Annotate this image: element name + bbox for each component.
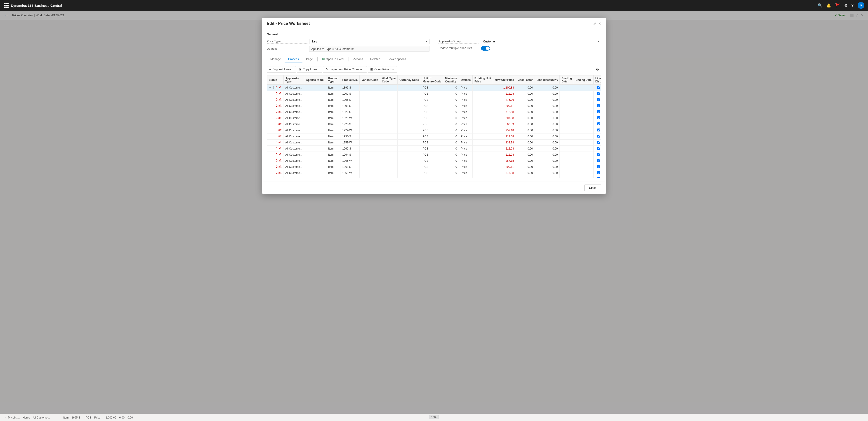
cell-existing-unit-price bbox=[473, 152, 493, 158]
cell-line-disc-checkbox[interactable] bbox=[593, 164, 601, 170]
cell-variant-code bbox=[360, 103, 380, 109]
row-context-menu[interactable]: ⋮ bbox=[272, 86, 275, 89]
close-button[interactable]: Close bbox=[584, 185, 601, 191]
line-disc-checkbox[interactable] bbox=[597, 122, 600, 125]
table-row[interactable]: → ⋮ Draft All Custome... Item 1896-S PCS… bbox=[267, 85, 601, 91]
notification-icon[interactable]: 🔔 bbox=[827, 3, 831, 8]
suggest-lines-button[interactable]: ≡ Suggest Lines... bbox=[267, 66, 296, 72]
update-price-lists-toggle[interactable] bbox=[481, 46, 490, 51]
cell-line-disc-checkbox[interactable] bbox=[593, 121, 601, 127]
copy-lines-button[interactable]: ⎘ Copy Lines... bbox=[297, 66, 322, 72]
table-row[interactable]: Draft All Custome... Item 1968-S PCS 0 P… bbox=[267, 164, 601, 170]
line-disc-checkbox[interactable] bbox=[597, 159, 600, 162]
table-row[interactable]: Draft All Custome... Item 1920-S PCS 0 P… bbox=[267, 109, 601, 115]
line-disc-checkbox[interactable] bbox=[597, 110, 600, 113]
help-icon[interactable]: ? bbox=[851, 3, 854, 8]
cell-product-no: 1920-S bbox=[340, 109, 360, 115]
grid-icon[interactable] bbox=[4, 3, 8, 8]
table-row[interactable]: Draft All Custome... Item 1908-S PCS 0 P… bbox=[267, 103, 601, 109]
tab-fewer-options[interactable]: Fewer options bbox=[384, 56, 410, 63]
cell-min-qty: 0 bbox=[443, 176, 459, 178]
line-disc-checkbox[interactable] bbox=[597, 135, 600, 137]
avatar[interactable]: IK bbox=[858, 2, 864, 9]
line-disc-checkbox[interactable] bbox=[597, 104, 600, 107]
cell-line-disc-checkbox[interactable] bbox=[593, 109, 601, 115]
line-disc-checkbox[interactable] bbox=[597, 98, 600, 101]
cell-existing-unit-price bbox=[473, 139, 493, 146]
cell-line-disc-checkbox[interactable] bbox=[593, 170, 601, 176]
tab-manage[interactable]: Manage bbox=[267, 56, 285, 63]
cell-applies-to-type: All Custome... bbox=[283, 133, 304, 139]
filter-settings-button[interactable]: ⚙ bbox=[594, 66, 601, 72]
cell-min-qty: 0 bbox=[443, 91, 459, 97]
cell-line-disc-checkbox[interactable] bbox=[593, 115, 601, 121]
cell-line-disc-checkbox[interactable] bbox=[593, 91, 601, 97]
cell-line-disc-checkbox[interactable] bbox=[593, 133, 601, 139]
table-row[interactable]: Draft All Custome... Item 1972-S PCS 0 P… bbox=[267, 176, 601, 178]
table-row[interactable]: Draft All Custome... Item 1925-W PCS 0 P… bbox=[267, 115, 601, 121]
cell-line-disc-checkbox[interactable] bbox=[593, 85, 601, 91]
line-disc-checkbox[interactable] bbox=[597, 92, 600, 95]
cell-status: Draft bbox=[267, 133, 283, 139]
line-disc-checkbox[interactable] bbox=[597, 86, 600, 89]
cell-line-discount: 0.00 bbox=[535, 152, 560, 158]
table-row[interactable]: Draft All Custome... Item 1964-S PCS 0 P… bbox=[267, 152, 601, 158]
cell-line-disc-checkbox[interactable] bbox=[593, 176, 601, 178]
cell-variant-code bbox=[360, 158, 380, 164]
field-group-left: Price Type Sale ▼ Defaults Applies-to Ty… bbox=[267, 39, 430, 52]
cell-line-disc-checkbox[interactable] bbox=[593, 127, 601, 133]
cell-starting-date bbox=[560, 158, 574, 164]
settings-icon[interactable]: ⚙ bbox=[844, 3, 847, 8]
table-row[interactable]: Draft All Custome... Item 1960-S PCS 0 P… bbox=[267, 146, 601, 152]
table-row[interactable]: Draft All Custome... Item 1906-S PCS 0 P… bbox=[267, 97, 601, 103]
line-disc-checkbox[interactable] bbox=[597, 165, 600, 168]
search-icon[interactable]: 🔍 bbox=[817, 3, 822, 8]
line-disc-checkbox[interactable] bbox=[597, 141, 600, 144]
modal-close-icon[interactable]: ✕ bbox=[598, 22, 601, 26]
cell-line-disc-checkbox[interactable] bbox=[593, 103, 601, 109]
cell-status: Draft bbox=[267, 170, 283, 175]
table-row[interactable]: Draft All Custome... Item 1928-S PCS 0 P… bbox=[267, 121, 601, 127]
open-price-list-icon: ⊞ bbox=[370, 68, 373, 71]
cell-line-disc-checkbox[interactable] bbox=[593, 139, 601, 146]
line-disc-checkbox[interactable] bbox=[597, 116, 600, 119]
line-disc-checkbox[interactable] bbox=[597, 177, 600, 178]
tab-page[interactable]: Page bbox=[303, 56, 316, 63]
line-disc-checkbox[interactable] bbox=[597, 147, 600, 150]
table-row[interactable]: Draft All Custome... Item 1965-W PCS 0 P… bbox=[267, 158, 601, 164]
implement-price-change-button[interactable]: ↻ Implement Price Change... bbox=[323, 66, 367, 72]
cell-applies-to-type: All Custome... bbox=[283, 139, 304, 146]
table-row[interactable]: Draft All Custome... Item 1936-S PCS 0 P… bbox=[267, 133, 601, 139]
cell-status: Draft bbox=[267, 127, 283, 133]
tab-process[interactable]: Process bbox=[285, 56, 303, 63]
cell-line-disc-checkbox[interactable] bbox=[593, 97, 601, 103]
tab-open-in-excel[interactable]: ⊞ Open in Excel bbox=[318, 55, 348, 63]
applies-to-group-select[interactable]: Customer bbox=[481, 39, 601, 44]
defaults-value: Applies-to Type = All Customers; bbox=[309, 46, 430, 52]
line-disc-checkbox[interactable] bbox=[597, 153, 600, 156]
cell-existing-unit-price bbox=[473, 133, 493, 139]
cell-ending-date bbox=[574, 97, 593, 103]
cell-work-type-code bbox=[380, 158, 397, 164]
field-group-right: Applies-to Group Customer ▼ Update multi… bbox=[438, 39, 601, 52]
modal-expand-icon[interactable]: ⤢ bbox=[593, 22, 596, 26]
flag-icon[interactable]: 🚩 bbox=[835, 3, 840, 8]
table-row[interactable]: Draft All Custome... Item 1900-S PCS 0 P… bbox=[267, 91, 601, 97]
open-price-list-button[interactable]: ⊞ Open Price List bbox=[368, 66, 397, 72]
table-row[interactable]: Draft All Custome... Item 1929-W PCS 0 P… bbox=[267, 127, 601, 133]
table-row[interactable]: Draft All Custome... Item 1969-W PCS 0 P… bbox=[267, 170, 601, 176]
tab-actions[interactable]: Actions bbox=[350, 56, 367, 63]
col-applies-to-type: Applies-toType bbox=[283, 75, 304, 85]
table-row[interactable]: Draft All Custome... Item 1953-W PCS 0 P… bbox=[267, 139, 601, 146]
price-type-select[interactable]: Sale bbox=[309, 39, 430, 44]
cell-cost-factor: 0.00 bbox=[516, 127, 535, 133]
line-disc-checkbox[interactable] bbox=[597, 129, 600, 131]
cell-line-disc-checkbox[interactable] bbox=[593, 146, 601, 152]
tab-related[interactable]: Related bbox=[367, 56, 384, 63]
cell-line-disc-checkbox[interactable] bbox=[593, 152, 601, 158]
cell-starting-date bbox=[560, 146, 574, 152]
cell-variant-code bbox=[360, 176, 380, 178]
cell-line-disc-checkbox[interactable] bbox=[593, 158, 601, 164]
line-disc-checkbox[interactable] bbox=[597, 171, 600, 174]
cell-variant-code bbox=[360, 139, 380, 146]
